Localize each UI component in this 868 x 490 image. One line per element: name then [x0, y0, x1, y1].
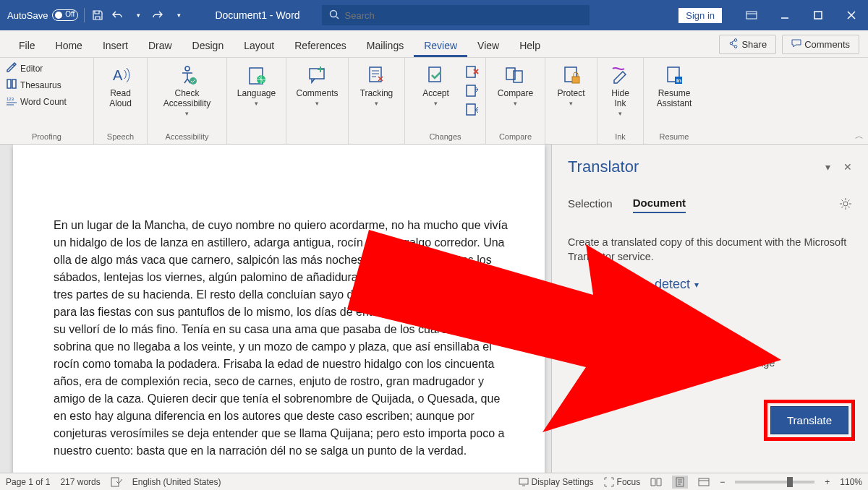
svg-point-11	[190, 77, 197, 85]
minimize-icon[interactable]	[768, 0, 801, 30]
new-comment-icon	[306, 64, 329, 87]
thesaurus-button[interactable]: Thesaurus	[4, 77, 68, 93]
ribbon: Editor Thesaurus 123 Word Count Proofing…	[0, 58, 868, 145]
tab-insert[interactable]: Insert	[93, 34, 138, 57]
read-aloud-button[interactable]: A Read Aloud	[98, 61, 142, 108]
tab-design[interactable]: Design	[182, 34, 234, 57]
comments-dropdown-button[interactable]: Comments ▾	[291, 61, 344, 107]
focus-mode-button[interactable]: Focus	[604, 477, 641, 487]
tab-home[interactable]: Home	[46, 34, 93, 57]
autosave-label: AutoSave	[7, 10, 48, 21]
status-bar: Page 1 of 1 217 words English (United St…	[0, 473, 868, 490]
status-word-count[interactable]: 217 words	[60, 477, 100, 487]
translator-title: Translator	[568, 158, 639, 176]
sign-in-button[interactable]: Sign in	[678, 8, 722, 23]
compare-button[interactable]: Compare ▾	[490, 61, 540, 107]
thesaurus-icon	[6, 78, 17, 92]
close-icon[interactable]	[835, 0, 868, 30]
status-page[interactable]: Page 1 of 1	[6, 477, 50, 487]
svg-text:123: 123	[7, 97, 14, 101]
zoom-out-button[interactable]: −	[720, 477, 725, 487]
svg-point-4	[731, 42, 733, 45]
workspace: En un lugar de la Mancha, de cuyo nombre…	[0, 145, 868, 473]
svg-point-27	[843, 202, 848, 206]
svg-rect-2	[814, 12, 822, 19]
zoom-slider[interactable]	[735, 481, 814, 483]
protect-button[interactable]: Protect ▾	[550, 61, 592, 107]
chevron-down-icon: ▾	[694, 280, 699, 290]
resume-icon: in	[663, 64, 686, 87]
tab-draw[interactable]: Draw	[138, 34, 182, 57]
share-button[interactable]: Share	[719, 35, 776, 54]
translator-settings-icon[interactable]	[839, 197, 852, 213]
tracking-icon	[365, 64, 388, 87]
translator-tab-selection[interactable]: Selection	[568, 197, 613, 212]
tab-review[interactable]: Review	[414, 34, 467, 57]
pane-options-icon[interactable]: ▾	[825, 161, 830, 173]
svg-rect-1	[746, 12, 757, 19]
qat-customize-icon[interactable]: ▾	[171, 8, 186, 22]
display-settings-button[interactable]: Display Settings	[519, 477, 594, 487]
zoom-level[interactable]: 110%	[840, 477, 862, 487]
tab-mailings[interactable]: Mailings	[357, 34, 414, 57]
autosave-toggle[interactable]: AutoSave Off	[7, 9, 78, 21]
accept-button[interactable]: Accept ▾	[409, 61, 462, 107]
word-count-button[interactable]: 123 Word Count	[4, 94, 68, 109]
status-language[interactable]: English (United States)	[132, 477, 221, 487]
search-icon	[329, 9, 339, 22]
group-proofing-label: Proofing	[4, 131, 89, 142]
svg-point-10	[185, 66, 190, 71]
redo-icon[interactable]	[151, 8, 166, 22]
tab-layout[interactable]: Layout	[234, 34, 284, 57]
reject-button[interactable]	[464, 64, 481, 81]
translate-button-highlight: Translate	[764, 400, 855, 441]
next-change-button[interactable]	[464, 101, 481, 119]
svg-text:A: A	[113, 67, 123, 83]
search-input[interactable]	[345, 10, 582, 21]
document-page[interactable]: En un lugar de la Mancha, de cuyo nombre…	[13, 145, 545, 473]
hide-ink-button[interactable]: Hide Ink ▾	[602, 61, 639, 117]
language-button[interactable]: Language ▾	[231, 61, 281, 107]
toggle-switch[interactable]: Off	[52, 9, 78, 21]
protect-icon	[560, 64, 583, 87]
document-title: Document1 - Word	[215, 9, 299, 21]
search-box[interactable]	[322, 5, 590, 25]
tracking-button[interactable]: Tracking ▾	[353, 61, 400, 107]
from-language-dropdown[interactable]: detect ▾	[655, 277, 852, 292]
tab-view[interactable]: View	[467, 34, 509, 57]
translator-pane: Translator ▾ ✕ Selection Document Create…	[551, 145, 868, 473]
to-language-hint: this language	[712, 357, 852, 369]
pane-close-icon[interactable]: ✕	[843, 161, 852, 173]
read-mode-icon[interactable]	[650, 478, 662, 486]
tab-help[interactable]: Help	[509, 34, 550, 57]
check-accessibility-button[interactable]: Check Accessibility ▾	[152, 61, 222, 117]
svg-rect-32	[699, 478, 709, 486]
save-icon[interactable]	[90, 8, 105, 22]
translator-tab-document[interactable]: Document	[633, 197, 686, 213]
read-aloud-icon: A	[109, 64, 132, 87]
collapse-ribbon-icon[interactable]: ︿	[855, 130, 864, 142]
menu-tabs: File Home Insert Draw Design Layout Refe…	[0, 30, 868, 58]
status-spellcheck-icon[interactable]	[111, 477, 122, 487]
tab-file[interactable]: File	[9, 34, 46, 57]
ink-icon	[609, 64, 632, 87]
undo-dropdown-icon[interactable]: ▾	[131, 8, 145, 22]
zoom-in-button[interactable]: +	[825, 477, 830, 487]
editor-button[interactable]: Editor	[4, 61, 68, 76]
undo-icon[interactable]	[111, 8, 125, 22]
previous-change-button[interactable]	[464, 82, 481, 100]
svg-rect-30	[519, 478, 528, 484]
svg-text:in: in	[676, 77, 681, 84]
comments-button[interactable]: Comments	[782, 35, 859, 54]
svg-rect-17	[467, 66, 475, 77]
translate-button[interactable]: Translate	[770, 406, 848, 434]
resume-assistant-button[interactable]: in Resume Assistant	[648, 61, 700, 108]
tab-references[interactable]: References	[284, 34, 357, 57]
document-body-text[interactable]: En un lugar de la Mancha, de cuyo nombre…	[54, 217, 516, 460]
print-layout-icon[interactable]	[672, 476, 688, 489]
ribbon-display-icon[interactable]	[735, 0, 768, 30]
document-area[interactable]: En un lugar de la Mancha, de cuyo nombre…	[0, 145, 551, 473]
svg-rect-7	[12, 79, 16, 88]
web-layout-icon[interactable]	[698, 478, 710, 486]
maximize-icon[interactable]	[801, 0, 835, 30]
